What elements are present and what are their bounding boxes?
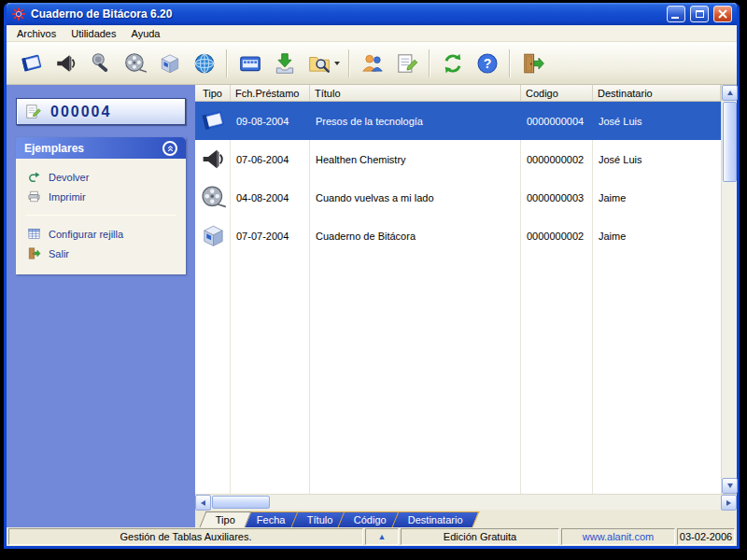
toolbar-video-case-button[interactable]: [233, 46, 267, 81]
book-icon: [200, 107, 227, 134]
cell-titulo: Cuando vuelvas a mi lado: [310, 192, 521, 203]
speaker-icon: [54, 51, 78, 76]
toolbar-web-button[interactable]: [187, 46, 221, 81]
return-icon: [27, 170, 41, 184]
cell-fecha: 07-06-2004: [231, 154, 310, 165]
table-row[interactable]: 07-07-2004 Cuaderno de Bitácora 00000000…: [195, 217, 721, 255]
cell-fecha: 04-08-2004: [231, 192, 310, 203]
cell-titulo: Cuaderno de Bitácora: [310, 231, 521, 242]
search-folder-icon: [307, 51, 331, 76]
cell-destinatario: José Luis: [593, 154, 721, 165]
bottom-tabs: Tipo Fecha Título Código Destinatario: [195, 510, 737, 527]
toolbar-search-button[interactable]: [302, 46, 336, 81]
up-triangle-icon: ▲: [378, 533, 387, 541]
status-edition: Edición Gratuita: [401, 528, 559, 545]
exit-door-icon: [521, 51, 545, 76]
arrow-down-icon: [727, 483, 733, 488]
cell-titulo: Healthen Chemistry: [310, 154, 521, 165]
table-row[interactable]: 04-08-2004 Cuando vuelvas a mi lado 0000…: [195, 178, 721, 217]
ejemplares-panel-body: Devolver Imprimir Configurar rejilla Sal…: [16, 159, 186, 274]
maximize-icon: [696, 10, 704, 18]
refresh-icon: [441, 51, 465, 76]
menubar: Archivos Utilidades Ayuda: [7, 25, 737, 42]
grid-icon: [27, 227, 41, 241]
help-icon: [475, 51, 500, 76]
toolbar-books-button[interactable]: [14, 46, 49, 81]
maximize-button[interactable]: [690, 6, 709, 22]
toolbar-films-button[interactable]: [118, 46, 152, 81]
menu-utilidades[interactable]: Utilidades: [63, 26, 123, 41]
chevron-up-icon: [165, 143, 176, 153]
status-up-indicator[interactable]: ▲: [365, 528, 399, 545]
menu-archivos[interactable]: Archivos: [9, 26, 63, 41]
minimize-button[interactable]: [667, 6, 685, 22]
action-salir[interactable]: Salir: [16, 244, 186, 263]
printer-icon: [27, 189, 41, 203]
toolbar-import-button[interactable]: [267, 46, 302, 81]
cell-fecha: 07-07-2004: [231, 231, 310, 242]
action-configurar-rejilla[interactable]: Configurar rejilla: [16, 224, 186, 244]
column-header-tipo[interactable]: Tipo: [195, 85, 231, 101]
notepad-pencil-icon: [395, 51, 419, 76]
import-arrow-icon: [273, 51, 297, 76]
toolbar-contacts-button[interactable]: [355, 46, 389, 81]
status-message: Gestión de Tablas Auxiliares.: [8, 528, 363, 545]
search-dropdown-caret-icon[interactable]: [334, 62, 340, 65]
record-number: 000004: [50, 104, 111, 120]
vertical-scroll-thumb[interactable]: [723, 102, 737, 182]
menu-ayuda[interactable]: Ayuda: [124, 26, 168, 41]
main-area: Tipo Fch.Préstamo Título Codigo Destinat…: [195, 85, 737, 527]
video-case-icon: [238, 51, 262, 76]
table-row[interactable]: 07-06-2004 Healthen Chemistry 0000000002…: [195, 140, 721, 178]
cell-codigo: 0000000002: [521, 231, 593, 242]
collapse-button[interactable]: [162, 141, 177, 156]
arrow-up-icon: [727, 91, 733, 95]
column-header-destinatario[interactable]: Destinatario: [593, 85, 721, 101]
app-window: Cuaderno de Bitácora 6.20 Archivos Utili…: [4, 3, 740, 549]
toolbar-microphone-button[interactable]: [83, 46, 118, 81]
grid-region: Tipo Fch.Préstamo Título Codigo Destinat…: [195, 85, 737, 494]
tab-tipo[interactable]: Tipo: [200, 511, 252, 527]
toolbar-software-button[interactable]: [152, 46, 187, 81]
scroll-left-button[interactable]: [195, 495, 211, 511]
action-imprimir[interactable]: Imprimir: [16, 187, 186, 206]
toolbar: [7, 42, 737, 85]
column-header-codigo[interactable]: Codigo: [521, 85, 593, 101]
toolbar-notes-button[interactable]: [389, 46, 424, 81]
scroll-up-button[interactable]: [722, 85, 738, 101]
horizontal-scrollbar[interactable]: [195, 494, 737, 510]
toolbar-separator: [429, 49, 430, 77]
scroll-right-button[interactable]: [721, 495, 737, 511]
arrow-right-icon: [726, 500, 731, 506]
microphone-icon: [89, 51, 113, 76]
close-button[interactable]: [713, 6, 732, 22]
toolbar-separator: [509, 49, 511, 77]
toolbar-refresh-button[interactable]: [435, 46, 470, 81]
cell-codigo: 0000000004: [521, 116, 593, 127]
ejemplares-panel-header[interactable]: Ejemplares: [16, 137, 186, 159]
minimize-icon: [671, 17, 679, 19]
toolbar-audio-button[interactable]: [49, 46, 83, 81]
exit-door-icon: [27, 246, 41, 260]
scroll-down-button[interactable]: [722, 478, 738, 494]
titlebar[interactable]: Cuaderno de Bitácora 6.20: [7, 3, 737, 25]
column-header-fch-prestamo[interactable]: Fch.Préstamo: [231, 85, 310, 101]
action-devolver[interactable]: Devolver: [16, 167, 186, 187]
panel-title: Ejemplares: [24, 142, 84, 155]
speaker-icon: [200, 146, 227, 173]
toolbar-help-button[interactable]: [470, 46, 504, 81]
table-header: Tipo Fch.Préstamo Título Codigo Destinat…: [195, 85, 721, 102]
horizontal-scroll-thumb[interactable]: [212, 496, 270, 509]
tab-label: Código: [354, 514, 387, 525]
column-header-titulo[interactable]: Título: [310, 85, 521, 101]
film-reel-icon: [200, 184, 227, 211]
table-row[interactable]: 09-08-2004 Presos de la tecnología 00000…: [195, 102, 721, 140]
cell-destinatario: Jaime: [593, 231, 721, 242]
tab-destinatario[interactable]: Destinatario: [392, 511, 480, 527]
toolbar-separator: [348, 49, 350, 77]
tab-label: Fecha: [257, 514, 286, 525]
toolbar-exit-button[interactable]: [515, 46, 550, 81]
vertical-scrollbar[interactable]: [721, 85, 737, 494]
status-website-link[interactable]: www.alanit.com: [561, 528, 675, 545]
cell-titulo: Presos de la tecnología: [310, 116, 521, 127]
